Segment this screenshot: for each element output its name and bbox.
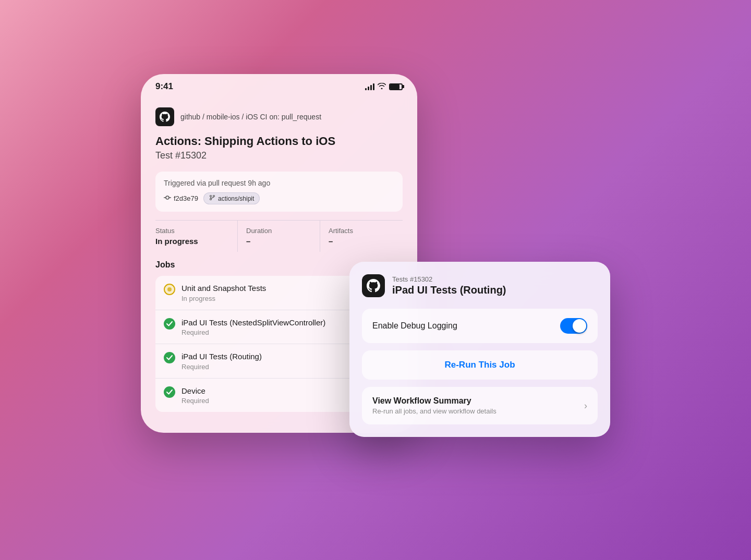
workflow-subtitle: Re-run all jobs, and view workflow detai… — [372, 407, 496, 415]
commit-icon — [164, 194, 171, 203]
status-cell-status: Status In progress — [155, 221, 238, 252]
status-value: In progress — [155, 237, 237, 246]
workflow-info: View Workflow Summary Re-run all jobs, a… — [372, 396, 496, 415]
toggle-row: Enable Debug Logging — [362, 309, 598, 343]
branch-name: actions/shipit — [218, 195, 254, 202]
debug-logging-toggle[interactable] — [560, 318, 587, 334]
artifacts-value: – — [329, 237, 403, 246]
svg-point-4 — [213, 196, 215, 197]
svg-point-3 — [210, 196, 212, 197]
status-cell-duration: Duration – — [238, 221, 320, 252]
status-time: 9:41 — [155, 81, 173, 92]
chevron-right-icon: › — [584, 400, 587, 411]
svg-point-0 — [166, 196, 169, 199]
scene: 9:41 — [141, 58, 610, 502]
status-bar: 9:41 — [141, 74, 417, 97]
status-icons — [365, 83, 403, 91]
page-subtitle: Test #15302 — [155, 150, 403, 161]
signal-icon — [365, 83, 374, 90]
trigger-badges: f2d3e79 actions/shipit — [164, 192, 394, 204]
branch-icon — [209, 194, 215, 202]
duration-label: Duration — [246, 227, 320, 235]
popup-card: Tests #15302 iPad UI Tests (Routing) Ena… — [349, 262, 610, 437]
job-progress-icon — [164, 284, 175, 295]
job-check-icon-1 — [164, 318, 175, 330]
rerun-button[interactable]: Re-Run This Job — [362, 350, 598, 380]
toggle-knob — [573, 319, 586, 333]
rerun-label: Re-Run This Job — [444, 360, 515, 370]
popup-title-area: Tests #15302 iPad UI Tests (Routing) — [392, 275, 506, 296]
workflow-summary-button[interactable]: View Workflow Summary Re-run all jobs, a… — [362, 387, 598, 424]
status-cell-artifacts: Artifacts – — [320, 221, 403, 252]
commit-badge: f2d3e79 — [164, 194, 198, 203]
popup-test-num: Tests #15302 — [392, 275, 506, 283]
commit-hash: f2d3e79 — [174, 194, 198, 202]
battery-icon — [389, 83, 403, 90]
status-table: Status In progress Duration – Artifacts … — [155, 220, 403, 252]
app-header: github / mobile-ios / iOS CI on: pull_re… — [155, 107, 403, 126]
repo-path: github / mobile-ios / iOS CI on: pull_re… — [180, 113, 321, 121]
status-label: Status — [155, 227, 237, 235]
toggle-label: Enable Debug Logging — [372, 321, 457, 331]
trigger-text: Triggered via pull request 9h ago — [164, 179, 394, 187]
duration-value: – — [246, 237, 320, 246]
job-check-icon-2 — [164, 352, 175, 363]
popup-header: Tests #15302 iPad UI Tests (Routing) — [362, 274, 598, 297]
github-logo — [155, 107, 174, 126]
artifacts-label: Artifacts — [329, 227, 403, 235]
branch-badge: actions/shipit — [203, 192, 260, 204]
job-check-icon-3 — [164, 386, 175, 398]
page-title: Actions: Shipping Actions to iOS — [155, 135, 403, 148]
workflow-title: View Workflow Summary — [372, 396, 496, 406]
trigger-card: Triggered via pull request 9h ago f2d3e7… — [155, 172, 403, 212]
popup-github-logo — [362, 274, 385, 297]
popup-title: iPad UI Tests (Routing) — [392, 284, 506, 296]
wifi-icon — [378, 83, 386, 91]
